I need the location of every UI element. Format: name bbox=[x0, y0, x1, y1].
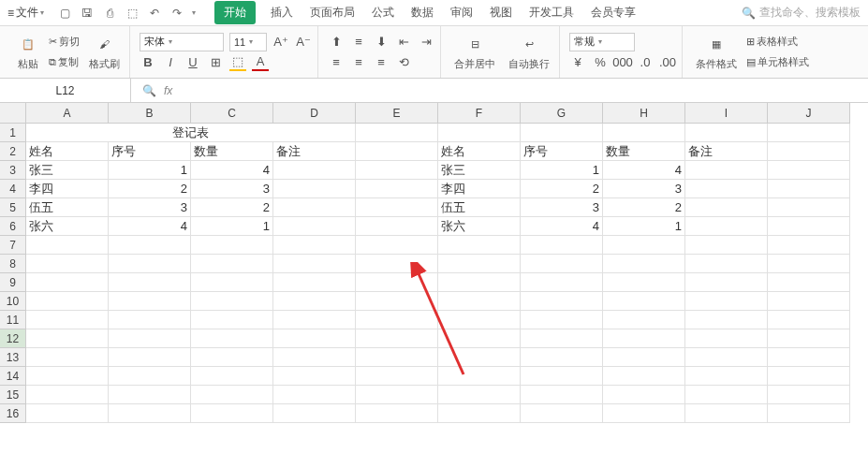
cell[interactable] bbox=[356, 124, 438, 142]
align-right-button[interactable]: ≡ bbox=[373, 54, 390, 71]
cell[interactable] bbox=[191, 348, 273, 367]
cell[interactable] bbox=[273, 367, 356, 386]
qat-dropdown-icon[interactable]: ▾ bbox=[192, 8, 196, 17]
cell[interactable] bbox=[356, 217, 438, 236]
row-header[interactable]: 3 bbox=[0, 161, 26, 180]
cell[interactable] bbox=[273, 217, 356, 236]
cell[interactable] bbox=[768, 348, 850, 367]
cell[interactable]: 张六 bbox=[26, 217, 109, 236]
cell[interactable] bbox=[109, 273, 191, 292]
cell[interactable] bbox=[438, 329, 521, 348]
cell[interactable] bbox=[191, 386, 273, 404]
cell[interactable] bbox=[768, 142, 850, 161]
name-box[interactable]: L12 bbox=[0, 79, 131, 102]
cell[interactable] bbox=[109, 404, 191, 423]
font-size-select[interactable]: 11▾ bbox=[229, 33, 267, 51]
cell[interactable]: 4 bbox=[109, 217, 191, 236]
cell[interactable] bbox=[273, 348, 356, 367]
cell[interactable] bbox=[438, 386, 521, 404]
cell[interactable] bbox=[273, 161, 356, 180]
cell[interactable] bbox=[768, 311, 850, 329]
cell[interactable] bbox=[26, 255, 109, 273]
cell[interactable] bbox=[685, 273, 768, 292]
col-header[interactable]: G bbox=[521, 103, 603, 124]
cell[interactable]: 姓名 bbox=[438, 142, 521, 161]
row-header[interactable]: 14 bbox=[0, 367, 26, 386]
cell[interactable]: 2 bbox=[521, 180, 603, 198]
cut-button[interactable]: ✂剪切 bbox=[49, 35, 80, 49]
cell[interactable] bbox=[356, 142, 438, 161]
col-header[interactable]: H bbox=[603, 103, 685, 124]
cell-style-button[interactable]: ▤单元格样式 bbox=[746, 55, 809, 69]
cell[interactable] bbox=[768, 255, 850, 273]
cell[interactable]: 1 bbox=[603, 217, 685, 236]
paste-button[interactable]: 📋 粘贴 bbox=[13, 33, 43, 71]
cell[interactable]: 数量 bbox=[191, 142, 273, 161]
underline-button[interactable]: U bbox=[184, 54, 201, 71]
cell[interactable]: 2 bbox=[603, 198, 685, 217]
cell[interactable] bbox=[685, 292, 768, 311]
cell[interactable] bbox=[521, 292, 603, 311]
align-left-button[interactable]: ≡ bbox=[328, 54, 345, 71]
col-header[interactable]: E bbox=[356, 103, 438, 124]
cell[interactable] bbox=[685, 386, 768, 404]
cell[interactable] bbox=[109, 329, 191, 348]
cell[interactable]: 4 bbox=[521, 217, 603, 236]
cell[interactable]: 张三 bbox=[26, 161, 109, 180]
preview-icon[interactable]: ⬚ bbox=[125, 6, 140, 21]
fx-search-icon[interactable]: 🔍 bbox=[142, 84, 156, 97]
row-header[interactable]: 1 bbox=[0, 124, 26, 142]
cell[interactable]: 1 bbox=[109, 161, 191, 180]
cell[interactable] bbox=[109, 348, 191, 367]
cell[interactable]: 4 bbox=[191, 161, 273, 180]
font-name-select[interactable]: 宋体▾ bbox=[140, 33, 224, 51]
font-color-button[interactable]: A bbox=[252, 54, 269, 71]
cell[interactable] bbox=[685, 217, 768, 236]
save-icon[interactable]: 🖫 bbox=[80, 6, 95, 21]
cell[interactable] bbox=[191, 404, 273, 423]
bold-button[interactable]: B bbox=[140, 54, 156, 71]
cell[interactable] bbox=[26, 329, 109, 348]
cell[interactable] bbox=[26, 404, 109, 423]
cell[interactable] bbox=[685, 180, 768, 198]
row-header[interactable]: 15 bbox=[0, 386, 26, 404]
decrease-font-button[interactable]: A⁻ bbox=[295, 34, 312, 51]
cell[interactable] bbox=[191, 292, 273, 311]
cell[interactable] bbox=[273, 404, 356, 423]
cell[interactable] bbox=[191, 255, 273, 273]
cell[interactable]: 3 bbox=[603, 180, 685, 198]
print-icon[interactable]: ⎙ bbox=[102, 6, 117, 21]
cell[interactable]: 数量 bbox=[603, 142, 685, 161]
cell[interactable] bbox=[109, 367, 191, 386]
cell[interactable] bbox=[685, 255, 768, 273]
cell[interactable] bbox=[603, 292, 685, 311]
cell[interactable] bbox=[768, 367, 850, 386]
row-header[interactable]: 16 bbox=[0, 404, 26, 423]
cell[interactable] bbox=[521, 273, 603, 292]
cell[interactable]: 备注 bbox=[685, 142, 768, 161]
col-header[interactable]: A bbox=[26, 103, 109, 124]
align-top-button[interactable]: ⬆ bbox=[328, 34, 345, 51]
row-header[interactable]: 6 bbox=[0, 217, 26, 236]
cell[interactable] bbox=[603, 386, 685, 404]
row-header[interactable]: 9 bbox=[0, 273, 26, 292]
col-header[interactable]: C bbox=[191, 103, 273, 124]
cell[interactable] bbox=[109, 292, 191, 311]
cell[interactable] bbox=[356, 292, 438, 311]
cell[interactable] bbox=[356, 161, 438, 180]
cell[interactable]: 伍五 bbox=[26, 198, 109, 217]
cell[interactable] bbox=[521, 348, 603, 367]
cell[interactable] bbox=[685, 329, 768, 348]
cell[interactable] bbox=[191, 273, 273, 292]
cell[interactable] bbox=[26, 348, 109, 367]
cell[interactable] bbox=[521, 236, 603, 255]
tab-start[interactable]: 开始 bbox=[214, 1, 256, 24]
cell[interactable]: 序号 bbox=[109, 142, 191, 161]
cell[interactable] bbox=[768, 217, 850, 236]
cell[interactable] bbox=[603, 273, 685, 292]
cell[interactable] bbox=[521, 404, 603, 423]
cell[interactable]: 备注 bbox=[273, 142, 356, 161]
tab-layout[interactable]: 页面布局 bbox=[308, 1, 357, 24]
cell[interactable] bbox=[356, 273, 438, 292]
tab-member[interactable]: 会员专享 bbox=[589, 1, 638, 24]
